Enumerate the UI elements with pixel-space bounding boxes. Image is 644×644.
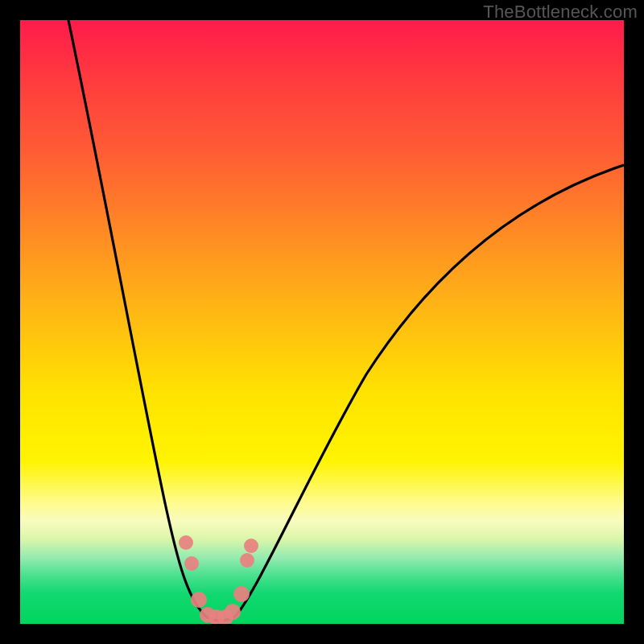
curve-left-arm	[68, 20, 205, 616]
plot-area	[20, 20, 624, 624]
curve-right-arm	[236, 165, 624, 616]
marker-dots	[179, 535, 258, 624]
svg-point-8	[240, 553, 254, 568]
svg-point-9	[244, 539, 258, 553]
svg-point-1	[184, 556, 199, 571]
chart-frame: TheBottleneck.com	[0, 0, 644, 644]
svg-point-7	[233, 586, 250, 602]
svg-point-2	[191, 592, 207, 608]
bottleneck-curve	[20, 20, 624, 624]
svg-point-0	[179, 535, 193, 550]
watermark-text: TheBottleneck.com	[483, 2, 638, 23]
svg-point-6	[225, 604, 241, 620]
